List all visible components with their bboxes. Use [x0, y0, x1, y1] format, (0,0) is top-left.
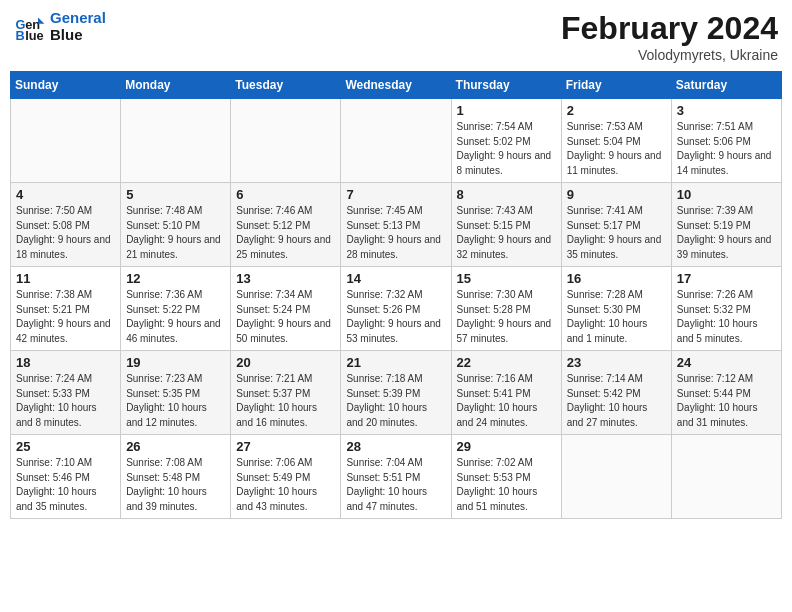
calendar-cell: 15Sunrise: 7:30 AM Sunset: 5:28 PM Dayli…	[451, 267, 561, 351]
calendar-cell: 8Sunrise: 7:43 AM Sunset: 5:15 PM Daylig…	[451, 183, 561, 267]
day-number: 1	[457, 103, 556, 118]
weekday-header: Friday	[561, 72, 671, 99]
day-info: Sunrise: 7:39 AM Sunset: 5:19 PM Dayligh…	[677, 204, 776, 262]
day-number: 20	[236, 355, 335, 370]
day-number: 23	[567, 355, 666, 370]
calendar-cell: 4Sunrise: 7:50 AM Sunset: 5:08 PM Daylig…	[11, 183, 121, 267]
calendar-cell: 11Sunrise: 7:38 AM Sunset: 5:21 PM Dayli…	[11, 267, 121, 351]
day-info: Sunrise: 7:36 AM Sunset: 5:22 PM Dayligh…	[126, 288, 225, 346]
day-info: Sunrise: 7:38 AM Sunset: 5:21 PM Dayligh…	[16, 288, 115, 346]
calendar-cell	[121, 99, 231, 183]
day-info: Sunrise: 7:28 AM Sunset: 5:30 PM Dayligh…	[567, 288, 666, 346]
calendar-week-row: 25Sunrise: 7:10 AM Sunset: 5:46 PM Dayli…	[11, 435, 782, 519]
day-number: 2	[567, 103, 666, 118]
calendar-cell	[561, 435, 671, 519]
day-number: 17	[677, 271, 776, 286]
day-number: 5	[126, 187, 225, 202]
calendar-cell: 27Sunrise: 7:06 AM Sunset: 5:49 PM Dayli…	[231, 435, 341, 519]
calendar-cell: 10Sunrise: 7:39 AM Sunset: 5:19 PM Dayli…	[671, 183, 781, 267]
day-info: Sunrise: 7:18 AM Sunset: 5:39 PM Dayligh…	[346, 372, 445, 430]
weekday-header: Tuesday	[231, 72, 341, 99]
day-number: 21	[346, 355, 445, 370]
day-number: 3	[677, 103, 776, 118]
day-info: Sunrise: 7:21 AM Sunset: 5:37 PM Dayligh…	[236, 372, 335, 430]
calendar-table: SundayMondayTuesdayWednesdayThursdayFrid…	[10, 71, 782, 519]
calendar-cell: 1Sunrise: 7:54 AM Sunset: 5:02 PM Daylig…	[451, 99, 561, 183]
day-info: Sunrise: 7:02 AM Sunset: 5:53 PM Dayligh…	[457, 456, 556, 514]
day-info: Sunrise: 7:34 AM Sunset: 5:24 PM Dayligh…	[236, 288, 335, 346]
day-info: Sunrise: 7:54 AM Sunset: 5:02 PM Dayligh…	[457, 120, 556, 178]
day-number: 28	[346, 439, 445, 454]
day-number: 14	[346, 271, 445, 286]
day-info: Sunrise: 7:06 AM Sunset: 5:49 PM Dayligh…	[236, 456, 335, 514]
day-number: 9	[567, 187, 666, 202]
day-number: 24	[677, 355, 776, 370]
calendar-body: 1Sunrise: 7:54 AM Sunset: 5:02 PM Daylig…	[11, 99, 782, 519]
calendar-cell: 5Sunrise: 7:48 AM Sunset: 5:10 PM Daylig…	[121, 183, 231, 267]
calendar-week-row: 4Sunrise: 7:50 AM Sunset: 5:08 PM Daylig…	[11, 183, 782, 267]
day-info: Sunrise: 7:46 AM Sunset: 5:12 PM Dayligh…	[236, 204, 335, 262]
calendar-cell: 24Sunrise: 7:12 AM Sunset: 5:44 PM Dayli…	[671, 351, 781, 435]
month-title: February 2024	[561, 10, 778, 47]
calendar-cell: 9Sunrise: 7:41 AM Sunset: 5:17 PM Daylig…	[561, 183, 671, 267]
calendar-cell: 26Sunrise: 7:08 AM Sunset: 5:48 PM Dayli…	[121, 435, 231, 519]
weekday-header: Monday	[121, 72, 231, 99]
calendar-cell: 20Sunrise: 7:21 AM Sunset: 5:37 PM Dayli…	[231, 351, 341, 435]
day-info: Sunrise: 7:41 AM Sunset: 5:17 PM Dayligh…	[567, 204, 666, 262]
calendar-cell: 2Sunrise: 7:53 AM Sunset: 5:04 PM Daylig…	[561, 99, 671, 183]
day-number: 22	[457, 355, 556, 370]
calendar-cell: 6Sunrise: 7:46 AM Sunset: 5:12 PM Daylig…	[231, 183, 341, 267]
day-number: 4	[16, 187, 115, 202]
calendar-cell: 16Sunrise: 7:28 AM Sunset: 5:30 PM Dayli…	[561, 267, 671, 351]
calendar-cell: 25Sunrise: 7:10 AM Sunset: 5:46 PM Dayli…	[11, 435, 121, 519]
calendar-cell: 14Sunrise: 7:32 AM Sunset: 5:26 PM Dayli…	[341, 267, 451, 351]
logo: G en B lue General Blue	[14, 10, 106, 43]
page-header: G en B lue General Blue February 2024 Vo…	[10, 10, 782, 63]
svg-text:B: B	[16, 27, 25, 42]
day-number: 11	[16, 271, 115, 286]
weekday-header: Wednesday	[341, 72, 451, 99]
calendar-week-row: 11Sunrise: 7:38 AM Sunset: 5:21 PM Dayli…	[11, 267, 782, 351]
calendar-cell: 28Sunrise: 7:04 AM Sunset: 5:51 PM Dayli…	[341, 435, 451, 519]
weekday-header: Thursday	[451, 72, 561, 99]
calendar-cell: 13Sunrise: 7:34 AM Sunset: 5:24 PM Dayli…	[231, 267, 341, 351]
calendar-cell	[231, 99, 341, 183]
day-number: 15	[457, 271, 556, 286]
weekday-header: Saturday	[671, 72, 781, 99]
day-info: Sunrise: 7:43 AM Sunset: 5:15 PM Dayligh…	[457, 204, 556, 262]
day-info: Sunrise: 7:16 AM Sunset: 5:41 PM Dayligh…	[457, 372, 556, 430]
calendar-cell: 22Sunrise: 7:16 AM Sunset: 5:41 PM Dayli…	[451, 351, 561, 435]
day-number: 10	[677, 187, 776, 202]
calendar-cell: 29Sunrise: 7:02 AM Sunset: 5:53 PM Dayli…	[451, 435, 561, 519]
day-number: 8	[457, 187, 556, 202]
calendar-cell: 17Sunrise: 7:26 AM Sunset: 5:32 PM Dayli…	[671, 267, 781, 351]
day-info: Sunrise: 7:26 AM Sunset: 5:32 PM Dayligh…	[677, 288, 776, 346]
calendar-header-row: SundayMondayTuesdayWednesdayThursdayFrid…	[11, 72, 782, 99]
day-info: Sunrise: 7:51 AM Sunset: 5:06 PM Dayligh…	[677, 120, 776, 178]
day-info: Sunrise: 7:53 AM Sunset: 5:04 PM Dayligh…	[567, 120, 666, 178]
weekday-header: Sunday	[11, 72, 121, 99]
day-number: 18	[16, 355, 115, 370]
day-info: Sunrise: 7:08 AM Sunset: 5:48 PM Dayligh…	[126, 456, 225, 514]
day-info: Sunrise: 7:04 AM Sunset: 5:51 PM Dayligh…	[346, 456, 445, 514]
location: Volodymyrets, Ukraine	[561, 47, 778, 63]
calendar-cell	[341, 99, 451, 183]
logo-general: General	[50, 9, 106, 26]
calendar-cell: 12Sunrise: 7:36 AM Sunset: 5:22 PM Dayli…	[121, 267, 231, 351]
calendar-week-row: 1Sunrise: 7:54 AM Sunset: 5:02 PM Daylig…	[11, 99, 782, 183]
calendar-cell: 18Sunrise: 7:24 AM Sunset: 5:33 PM Dayli…	[11, 351, 121, 435]
day-number: 16	[567, 271, 666, 286]
svg-text:lue: lue	[25, 27, 44, 42]
day-number: 7	[346, 187, 445, 202]
title-block: February 2024 Volodymyrets, Ukraine	[561, 10, 778, 63]
calendar-week-row: 18Sunrise: 7:24 AM Sunset: 5:33 PM Dayli…	[11, 351, 782, 435]
day-info: Sunrise: 7:45 AM Sunset: 5:13 PM Dayligh…	[346, 204, 445, 262]
day-info: Sunrise: 7:48 AM Sunset: 5:10 PM Dayligh…	[126, 204, 225, 262]
calendar-cell: 7Sunrise: 7:45 AM Sunset: 5:13 PM Daylig…	[341, 183, 451, 267]
day-number: 26	[126, 439, 225, 454]
day-number: 29	[457, 439, 556, 454]
calendar-cell: 23Sunrise: 7:14 AM Sunset: 5:42 PM Dayli…	[561, 351, 671, 435]
day-number: 19	[126, 355, 225, 370]
day-info: Sunrise: 7:30 AM Sunset: 5:28 PM Dayligh…	[457, 288, 556, 346]
calendar-cell	[11, 99, 121, 183]
